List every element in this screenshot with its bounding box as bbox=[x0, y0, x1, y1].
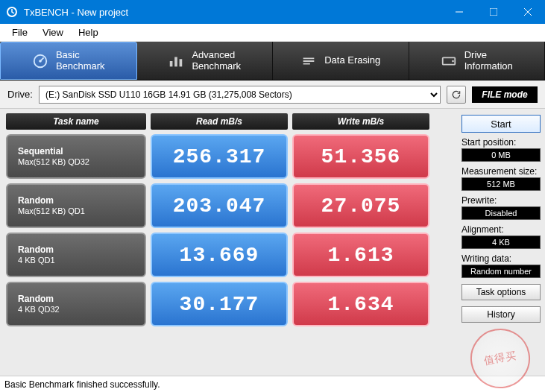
col-task: Task name bbox=[6, 113, 146, 130]
reload-icon bbox=[451, 89, 461, 100]
read-value: 256.317 bbox=[151, 134, 288, 179]
file-mode-indicator: FILE mode bbox=[472, 86, 538, 103]
drive-select[interactable]: (E:) SanDisk SSD U110 16GB 14.91 GB (31,… bbox=[39, 86, 441, 104]
history-button[interactable]: History bbox=[461, 306, 541, 323]
task-name: Sequential bbox=[18, 146, 145, 157]
col-read: Read mB/s bbox=[151, 113, 288, 130]
table-row: Sequential Max(512 KB) QD32 256.317 51.3… bbox=[6, 134, 451, 179]
tab-label-sub: Benchmark bbox=[56, 61, 105, 72]
write-value: 1.634 bbox=[292, 282, 429, 326]
svg-rect-5 bbox=[175, 57, 178, 66]
bars-icon bbox=[168, 53, 184, 69]
tab-label: Drive bbox=[464, 50, 513, 60]
start-position-value[interactable]: 0 MB bbox=[461, 148, 541, 162]
minimize-button[interactable] bbox=[442, 0, 476, 24]
titlebar: TxBENCH - New project bbox=[0, 0, 545, 24]
table-row: Random 4 KB QD32 30.177 1.634 bbox=[6, 282, 451, 326]
menu-help[interactable]: Help bbox=[71, 25, 106, 39]
writing-data-label: Writing data: bbox=[461, 253, 541, 264]
menu-view[interactable]: View bbox=[35, 25, 71, 39]
task-cell[interactable]: Random Max(512 KB) QD1 bbox=[6, 183, 146, 228]
tab-advanced-benchmark[interactable]: AdvancedBenchmark bbox=[137, 42, 274, 80]
svg-point-8 bbox=[452, 60, 454, 62]
table-row: Random Max(512 KB) QD1 203.047 27.075 bbox=[6, 183, 451, 228]
task-options-button[interactable]: Task options bbox=[461, 284, 541, 300]
measurement-size-label: Measurement size: bbox=[461, 166, 541, 177]
read-value: 13.669 bbox=[151, 233, 288, 277]
status-bar: Basic Benchmark finished successfully. bbox=[0, 376, 545, 392]
erase-icon bbox=[300, 53, 317, 69]
prewrite-label: Prewrite: bbox=[461, 195, 541, 206]
tab-label: Data Erasing bbox=[324, 55, 380, 66]
app-icon bbox=[6, 6, 18, 18]
drive-icon bbox=[441, 53, 457, 69]
read-value: 30.177 bbox=[151, 282, 288, 326]
tab-label: Basic bbox=[56, 50, 105, 60]
window-title: TxBENCH - New project bbox=[24, 7, 442, 18]
toolbar: Drive: (E:) SanDisk SSD U110 16GB 14.91 … bbox=[0, 80, 545, 109]
svg-rect-6 bbox=[180, 59, 183, 66]
close-button[interactable] bbox=[511, 0, 545, 24]
alignment-value[interactable]: 4 KB bbox=[461, 235, 541, 249]
prewrite-value[interactable]: Disabled bbox=[461, 206, 541, 220]
task-sub: 4 KB QD1 bbox=[18, 256, 145, 265]
svg-point-3 bbox=[39, 60, 42, 63]
tab-label: Advanced bbox=[192, 50, 241, 60]
read-value: 203.047 bbox=[151, 183, 288, 228]
tab-basic-benchmark[interactable]: BasicBenchmark bbox=[0, 42, 137, 80]
writing-data-value[interactable]: Random number bbox=[461, 265, 541, 278]
status-text: Basic Benchmark finished successfully. bbox=[4, 379, 160, 390]
task-name: Random bbox=[18, 244, 145, 255]
svg-rect-1 bbox=[490, 8, 497, 16]
reload-button[interactable] bbox=[447, 86, 466, 104]
task-sub: Max(512 KB) QD32 bbox=[18, 157, 145, 167]
task-name: Random bbox=[18, 195, 145, 206]
tab-nav: BasicBenchmark AdvancedBenchmark Data Er… bbox=[0, 42, 545, 80]
maximize-button[interactable] bbox=[476, 0, 511, 24]
tab-drive-information[interactable]: DriveInformation bbox=[409, 42, 546, 80]
col-write: Write mB/s bbox=[292, 113, 429, 130]
drive-label: Drive: bbox=[7, 89, 33, 100]
task-sub: Max(512 KB) QD1 bbox=[18, 206, 145, 216]
tab-label-sub: Information bbox=[464, 61, 513, 72]
menu-file[interactable]: File bbox=[4, 25, 35, 39]
results-panel: Task name Read mB/s Write mB/s Sequentia… bbox=[0, 109, 457, 376]
write-value: 27.075 bbox=[292, 183, 429, 228]
task-sub: 4 KB QD32 bbox=[18, 305, 145, 314]
tab-data-erasing[interactable]: Data Erasing bbox=[273, 42, 409, 80]
start-button[interactable]: Start bbox=[461, 115, 541, 133]
start-position-label: Start position: bbox=[461, 137, 541, 148]
gauge-icon bbox=[32, 53, 48, 69]
task-cell[interactable]: Random 4 KB QD1 bbox=[6, 233, 146, 277]
sidebar: Start Start position:0 MB Measurement si… bbox=[457, 109, 545, 376]
table-row: Random 4 KB QD1 13.669 1.613 bbox=[6, 233, 451, 277]
task-cell[interactable]: Random 4 KB QD32 bbox=[6, 282, 146, 326]
alignment-label: Alignment: bbox=[461, 224, 541, 235]
task-cell[interactable]: Sequential Max(512 KB) QD32 bbox=[6, 134, 146, 179]
tab-label-sub: Benchmark bbox=[192, 61, 241, 72]
measurement-size-value[interactable]: 512 MB bbox=[461, 177, 541, 191]
task-name: Random bbox=[18, 294, 145, 304]
menubar: File View Help bbox=[0, 24, 545, 42]
results-header: Task name Read mB/s Write mB/s bbox=[6, 113, 451, 130]
write-value: 51.356 bbox=[292, 134, 429, 179]
svg-rect-4 bbox=[170, 61, 173, 66]
write-value: 1.613 bbox=[292, 233, 429, 277]
